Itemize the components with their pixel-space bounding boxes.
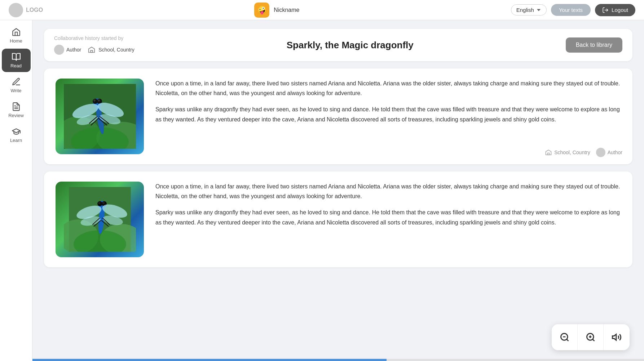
story-paragraph-2-1: Once upon a time, in a land far away, th… [155,182,621,201]
svg-rect-22 [548,153,550,155]
school-info: School, Country [87,45,134,54]
story-text-block-1: Once upon a time, in a land far away, th… [155,79,621,124]
language-label: English [516,7,534,13]
svg-point-31 [98,202,100,204]
story-header-card: Collaborative history started by Author … [44,29,632,61]
author-info: Author [54,45,81,55]
zoom-audio-toolbar [552,324,630,350]
svg-marker-48 [612,334,616,340]
sidebar: Home Read Write Review Lear [0,20,32,361]
main-content: Collaborative history started by Author … [32,20,644,361]
story-image-2 [56,182,144,257]
card-footer-avatar [596,148,605,157]
logo-area: LOGO [9,3,43,17]
author-label: Author [66,47,81,53]
progress-fill [0,359,387,361]
top-navigation: LOGO 🤪 Nickname English Your texts Logou… [0,0,644,20]
logo-text: LOGO [26,7,43,13]
sidebar-item-review[interactable]: Review [2,98,31,122]
zoom-in-button[interactable] [578,324,604,350]
sidebar-item-write-label: Write [10,88,21,93]
topnav-right-controls: English Your texts Logout [511,4,635,16]
collab-history-text: Collaborative history started by [54,35,134,41]
story-title: Sparkly, the Magic dragonfly [143,40,557,51]
card-footer-school: School, Country [545,149,590,156]
sidebar-item-review-label: Review [8,113,24,118]
author-row: Author School, Country [54,45,134,55]
svg-rect-3 [91,50,93,53]
sidebar-item-read[interactable]: Read [2,49,31,72]
svg-point-12 [93,99,96,102]
sidebar-item-read-label: Read [10,63,22,68]
your-texts-button[interactable]: Your texts [551,4,591,16]
story-card-1: Once upon a time, in a land far away, th… [44,68,632,164]
svg-point-13 [98,99,100,102]
zoom-out-button[interactable] [552,324,578,350]
user-nickname: Nickname [274,7,299,13]
card-footer-author: Author [596,148,622,157]
story-header-left: Collaborative history started by Author … [54,35,134,55]
sidebar-item-learn[interactable]: Learn [2,123,31,147]
story-card-2: Once upon a time, in a land far away, th… [44,171,632,267]
back-to-library-button[interactable]: Back to library [566,37,622,53]
language-selector[interactable]: English [511,4,547,15]
topnav-center: 🤪 Nickname [43,3,511,18]
svg-line-45 [592,339,594,341]
sidebar-item-learn-label: Learn [10,138,22,143]
school-icon [87,45,96,54]
card-footer-1: School, Country Author [545,148,622,157]
progress-bar [0,359,644,361]
story-paragraph-1-2: Sparky was unlike any dragonfly they had… [155,104,621,124]
logo-icon [9,3,23,17]
story-image-1 [56,79,144,154]
svg-line-42 [566,339,568,341]
user-emoji-avatar: 🤪 [254,3,269,18]
audio-button[interactable] [604,324,630,350]
sidebar-item-write[interactable]: Write [2,73,31,97]
card-footer-school-label: School, Country [554,150,590,155]
story-text-block-2: Once upon a time, in a land far away, th… [155,182,621,227]
logout-button[interactable]: Logout [595,4,635,16]
logout-label: Logout [612,7,628,13]
svg-point-32 [102,202,105,204]
sidebar-item-home[interactable]: Home [2,24,31,47]
author-avatar [54,45,64,55]
sidebar-item-home-label: Home [10,38,22,44]
card-footer-author-label: Author [608,150,622,155]
story-paragraph-2-2: Sparky was unlike any dragonfly they had… [155,208,621,227]
school-label: School, Country [98,47,134,53]
story-paragraph-1-1: Once upon a time, in a land far away, th… [155,79,621,98]
